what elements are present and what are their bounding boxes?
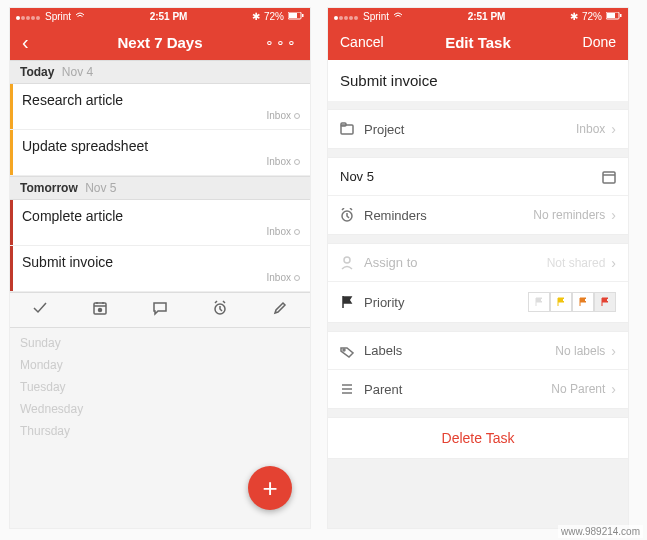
parent-label: Parent <box>364 382 402 397</box>
priority-picker[interactable] <box>528 292 616 312</box>
svg-point-14 <box>343 349 345 351</box>
assign-label: Assign to <box>364 255 417 270</box>
chevron-right-icon: › <box>611 381 616 397</box>
chevron-right-icon: › <box>611 255 616 271</box>
task-project: Inbox <box>267 110 291 121</box>
status-bar: Sprint 2:51 PM ✱ 72% <box>10 8 310 24</box>
task-row[interactable]: Submit invoice Inbox <box>10 246 310 292</box>
person-icon <box>340 256 354 270</box>
task-title: Update spreadsheet <box>22 138 300 154</box>
faded-day: Thursday <box>20 420 300 442</box>
task-project: Inbox <box>267 156 291 167</box>
priority-bar <box>10 246 13 291</box>
date-value: Nov 5 <box>340 169 374 184</box>
wifi-icon <box>75 11 85 22</box>
svg-rect-7 <box>607 13 615 18</box>
priority-row[interactable]: Priority <box>328 282 628 322</box>
project-dot-icon <box>294 229 300 235</box>
battery-icon <box>288 11 304 22</box>
reminder-icon[interactable] <box>212 300 228 320</box>
cancel-button[interactable]: Cancel <box>340 34 390 50</box>
navbar: Cancel Edit Task Done <box>328 24 628 60</box>
svg-rect-2 <box>302 14 304 17</box>
back-button[interactable]: ‹ <box>22 32 72 52</box>
project-dot-icon <box>294 113 300 119</box>
priority-option-1[interactable] <box>528 292 550 312</box>
chevron-right-icon: › <box>611 121 616 137</box>
svg-rect-8 <box>620 14 622 17</box>
faded-day: Monday <box>20 354 300 376</box>
complete-icon[interactable] <box>32 300 48 320</box>
task-title-input[interactable]: Submit invoice <box>328 60 628 101</box>
svg-point-4 <box>99 309 102 312</box>
project-dot-icon <box>294 275 300 281</box>
task-title: Submit invoice <box>22 254 300 270</box>
carrier-label: Sprint <box>45 11 71 22</box>
assign-row[interactable]: Assign to Not shared › <box>328 244 628 282</box>
comment-icon[interactable] <box>152 300 168 320</box>
more-button[interactable]: ∘∘∘ <box>248 34 298 50</box>
parent-row[interactable]: Parent No Parent › <box>328 370 628 408</box>
chevron-right-icon: › <box>611 207 616 223</box>
action-toolbar <box>10 292 310 328</box>
done-button[interactable]: Done <box>566 34 616 50</box>
battery-percent: 72% <box>264 11 284 22</box>
assign-value: Not shared <box>547 256 606 270</box>
task-project: Inbox <box>267 226 291 237</box>
reminders-row[interactable]: Reminders No reminders › <box>328 196 628 234</box>
signal-dots-icon <box>16 11 41 22</box>
page-title: Edit Task <box>445 34 511 51</box>
section-date: Nov 4 <box>62 65 93 79</box>
status-bar: Sprint 2:51 PM ✱ 72% <box>328 8 628 24</box>
labels-value: No labels <box>555 344 605 358</box>
svg-point-13 <box>344 257 350 263</box>
priority-bar <box>10 200 13 245</box>
priority-bar <box>10 84 13 129</box>
delete-task-button[interactable]: Delete Task <box>328 417 628 459</box>
tag-icon <box>340 344 354 358</box>
flag-icon <box>340 295 354 309</box>
alarm-icon <box>340 208 354 222</box>
faded-day: Sunday <box>20 332 300 354</box>
section-header-tomorrow: Tomorrow Nov 5 <box>10 176 310 200</box>
bluetooth-icon: ✱ <box>252 11 260 22</box>
reminders-value: No reminders <box>533 208 605 222</box>
status-time: 2:51 PM <box>150 11 188 22</box>
calendar-icon <box>602 170 616 184</box>
project-dot-icon <box>294 159 300 165</box>
priority-label: Priority <box>364 295 404 310</box>
wifi-icon <box>393 11 403 22</box>
svg-rect-11 <box>603 172 615 183</box>
page-title: Next 7 Days <box>117 34 202 51</box>
project-row[interactable]: Project Inbox › <box>328 110 628 148</box>
reminders-label: Reminders <box>364 208 427 223</box>
parent-value: No Parent <box>551 382 605 396</box>
project-label: Project <box>364 122 404 137</box>
schedule-icon[interactable] <box>92 300 108 320</box>
list-icon <box>340 382 354 396</box>
add-task-fab[interactable]: + <box>248 466 292 510</box>
section-label: Tomorrow <box>20 181 78 195</box>
section-date: Nov 5 <box>85 181 116 195</box>
priority-option-4[interactable] <box>594 292 616 312</box>
section-label: Today <box>20 65 54 79</box>
task-row[interactable]: Research article Inbox <box>10 84 310 130</box>
labels-label: Labels <box>364 343 402 358</box>
task-row[interactable]: Complete article Inbox <box>10 200 310 246</box>
battery-percent: 72% <box>582 11 602 22</box>
svg-rect-1 <box>289 13 297 18</box>
priority-option-2[interactable] <box>550 292 572 312</box>
carrier-label: Sprint <box>363 11 389 22</box>
priority-bar <box>10 130 13 175</box>
status-time: 2:51 PM <box>468 11 506 22</box>
task-row[interactable]: Update spreadsheet Inbox <box>10 130 310 176</box>
date-row[interactable]: Nov 5 <box>328 158 628 196</box>
phone-edit-view: Sprint 2:51 PM ✱ 72% Cancel Edit Task Do… <box>328 8 628 528</box>
edit-icon[interactable] <box>272 300 288 320</box>
labels-row[interactable]: Labels No labels › <box>328 332 628 370</box>
signal-dots-icon <box>334 11 359 22</box>
bluetooth-icon: ✱ <box>570 11 578 22</box>
battery-icon <box>606 11 622 22</box>
faded-day: Wednesday <box>20 398 300 420</box>
priority-option-3[interactable] <box>572 292 594 312</box>
